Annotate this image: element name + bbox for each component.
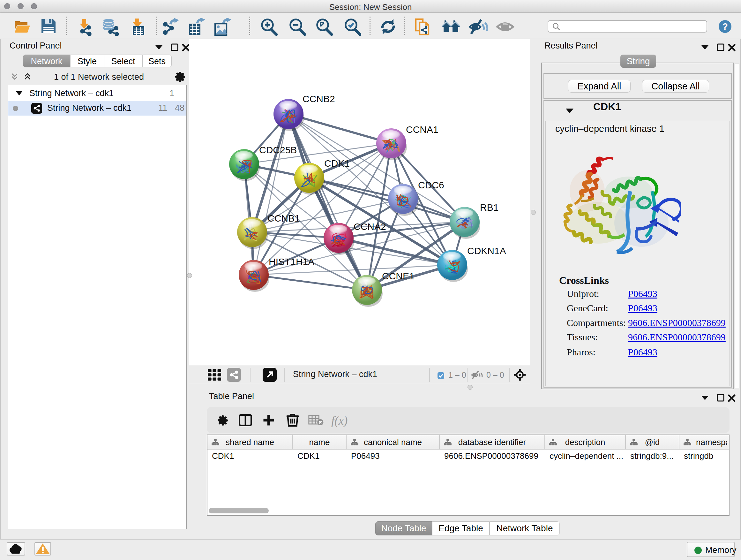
svg-text:HIST1H1A: HIST1H1A [269, 256, 314, 267]
svg-text:CDKN1A: CDKN1A [467, 246, 506, 256]
svg-text:RB1: RB1 [480, 202, 498, 212]
svg-text:CCNB2: CCNB2 [302, 94, 335, 104]
svg-text:CCNE1: CCNE1 [382, 271, 414, 281]
svg-text:CCNB1: CCNB1 [267, 213, 300, 224]
svg-text:CCNA2: CCNA2 [354, 221, 386, 232]
svg-text:CDC6: CDC6 [418, 180, 444, 190]
svg-text:CDC25B: CDC25B [259, 145, 297, 155]
svg-text:CDK1: CDK1 [324, 158, 350, 169]
svg-text:CCNA1: CCNA1 [406, 124, 439, 135]
